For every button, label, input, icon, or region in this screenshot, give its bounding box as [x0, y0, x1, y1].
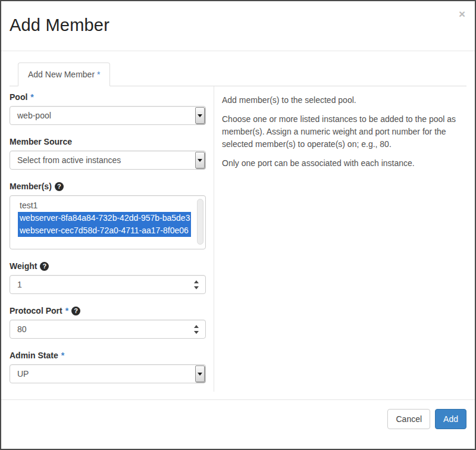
- weight-group: Weight? 1: [10, 261, 206, 294]
- members-group: Member(s)? test1 webserver-8fa84a84-732b…: [10, 182, 206, 249]
- protocol-port-label: Protocol Port *?: [10, 306, 206, 315]
- add-button[interactable]: Add: [435, 409, 466, 429]
- question-icon[interactable]: ?: [40, 262, 49, 271]
- number-stepper: [194, 320, 199, 338]
- member-source-label: Member Source: [10, 137, 206, 146]
- admin-state-select-value: UP: [17, 369, 29, 379]
- member-source-select[interactable]: Select from active instances: [10, 151, 206, 170]
- required-asterisk: *: [30, 92, 33, 102]
- pool-select[interactable]: web-pool: [10, 106, 206, 125]
- number-stepper: [194, 276, 199, 293]
- cancel-button[interactable]: Cancel: [387, 409, 430, 429]
- required-asterisk: *: [65, 306, 68, 315]
- help-paragraph: Add member(s) to the selected pool.: [222, 94, 457, 107]
- stepper-up-icon[interactable]: [194, 325, 199, 328]
- stepper-down-icon[interactable]: [194, 331, 199, 334]
- required-asterisk: *: [61, 351, 64, 360]
- help-paragraph: Only one port can be associated with eac…: [222, 157, 457, 170]
- pool-group: Pool * web-pool: [10, 92, 206, 125]
- add-member-dialog: Add Member × Add New Member * Pool * web…: [0, 0, 476, 450]
- dialog-title: Add Member: [10, 15, 109, 35]
- dropdown-arrow-icon: [195, 152, 205, 168]
- question-icon[interactable]: ?: [55, 182, 64, 191]
- stepper-down-icon[interactable]: [194, 286, 199, 289]
- member-source-select-value: Select from active instances: [17, 155, 121, 165]
- member-option[interactable]: webserver-8fa84a84-732b-42dd-957b-ba5de3: [18, 212, 191, 224]
- protocol-port-input-value: 80: [17, 324, 27, 334]
- weight-label: Weight?: [10, 261, 206, 271]
- protocol-port-group: Protocol Port *? 80: [10, 306, 206, 339]
- tab-content: Pool * web-pool Member Source Select fro…: [10, 86, 466, 392]
- tab-label: Add New Member: [28, 70, 95, 79]
- required-asterisk: *: [97, 70, 100, 79]
- tab-bar: Add New Member *: [10, 62, 466, 86]
- tab-add-new-member[interactable]: Add New Member *: [18, 62, 110, 86]
- stepper-up-icon[interactable]: [194, 280, 199, 283]
- dialog-footer: Cancel Add: [1, 399, 475, 438]
- scrollbar-thumb[interactable]: [197, 199, 203, 245]
- help-panel: Add member(s) to the selected pool. Choo…: [214, 86, 466, 392]
- dialog-body: Add New Member * Pool * web-pool Member …: [1, 62, 475, 392]
- pool-label: Pool *: [10, 92, 206, 102]
- question-icon[interactable]: ?: [71, 307, 80, 315]
- dropdown-arrow-icon: [195, 365, 205, 382]
- dropdown-arrow-icon: [195, 107, 205, 124]
- pool-select-value: web-pool: [17, 111, 51, 120]
- protocol-port-input[interactable]: 80: [10, 320, 206, 339]
- members-multiselect: test1 webserver-8fa84a84-732b-42dd-957b-…: [10, 195, 206, 249]
- member-option[interactable]: test1: [18, 199, 191, 212]
- admin-state-group: Admin State * UP: [10, 351, 206, 383]
- members-label: Member(s)?: [10, 182, 206, 191]
- close-icon[interactable]: ×: [459, 8, 465, 20]
- dialog-header: Add Member ×: [1, 1, 475, 51]
- weight-input-value: 1: [17, 280, 22, 289]
- admin-state-select[interactable]: UP: [10, 364, 206, 383]
- member-option[interactable]: webserver-cec7d58d-72a0-4711-aa17-8f0e06: [18, 224, 191, 237]
- weight-input[interactable]: 1: [10, 275, 206, 294]
- admin-state-label: Admin State *: [10, 351, 206, 360]
- member-source-group: Member Source Select from active instanc…: [10, 137, 206, 170]
- help-paragraph: Choose one or more listed instances to b…: [222, 113, 457, 151]
- form-column: Pool * web-pool Member Source Select fro…: [10, 86, 214, 392]
